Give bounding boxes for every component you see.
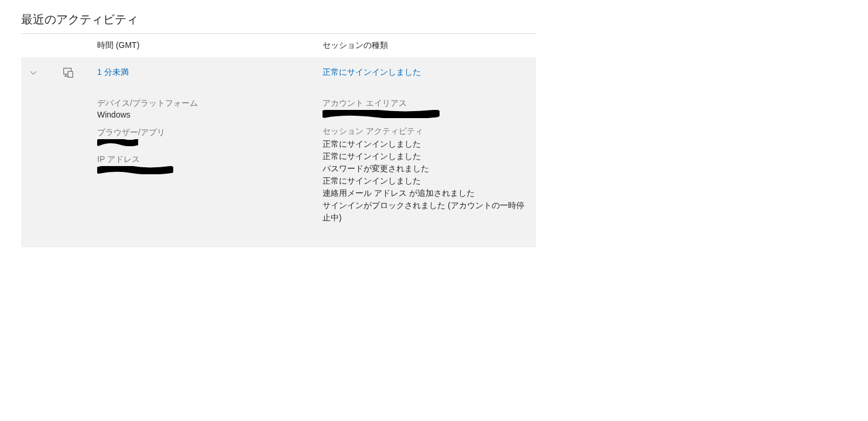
session-activity-label: セッション アクティビティ (323, 126, 524, 137)
session-activity-item: 正常にサインインしました (323, 175, 524, 187)
ip-value-redacted (97, 166, 323, 174)
activity-details: デバイス/プラットフォーム Windows ブラウザー/アプリ IP アドレス (21, 88, 536, 247)
device-icon (62, 66, 75, 79)
browser-value-redacted (97, 139, 323, 146)
device-value: Windows (97, 110, 323, 119)
section-title: 最近のアクティビティ (21, 12, 536, 34)
svg-rect-1 (68, 71, 73, 77)
ip-label: IP アドレス (97, 154, 323, 165)
chevron-down-icon (29, 68, 38, 77)
alias-label: アカウント エイリアス (323, 98, 524, 109)
header-time: 時間 (GMT) (97, 40, 323, 51)
browser-label: ブラウザー/アプリ (97, 127, 323, 138)
expand-toggle[interactable] (21, 68, 46, 77)
header-session: セッションの種類 (323, 40, 536, 51)
row-session: 正常にサインインしました (323, 67, 536, 78)
row-time: 1 分未満 (97, 67, 323, 78)
table-header: 時間 (GMT) セッションの種類 (21, 34, 536, 57)
session-activity-item: 連絡用メール アドレス が追加されました (323, 187, 524, 199)
session-activity-item: 正常にサインインしました (323, 150, 524, 163)
device-icon-cell (46, 66, 97, 79)
activity-row[interactable]: 1 分未満 正常にサインインしました (21, 57, 536, 88)
alias-value-redacted (323, 110, 524, 118)
recent-activity-panel: 最近のアクティビティ 時間 (GMT) セッションの種類 1 分未満 正常にサイ… (21, 12, 536, 247)
session-activity-item: 正常にサインインしました (323, 138, 524, 150)
session-activity-item: サインインがブロックされました (アカウントの一時停止中) (323, 199, 524, 224)
device-label: デバイス/プラットフォーム (97, 98, 323, 109)
session-activity-item: パスワードが変更されました (323, 163, 524, 175)
